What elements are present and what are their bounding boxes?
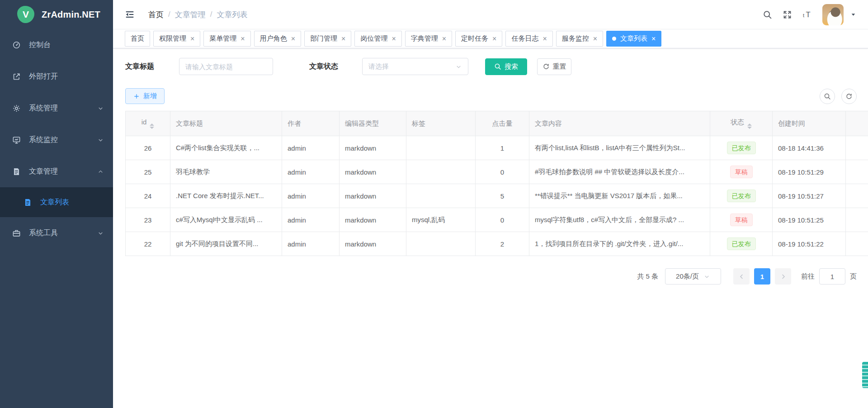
sidebar-item-label: 系统监控 bbox=[29, 135, 58, 145]
logo-icon: V bbox=[17, 6, 34, 23]
search-icon[interactable] bbox=[763, 10, 772, 19]
article-title-input[interactable] bbox=[179, 58, 273, 75]
tab-item[interactable]: 首页 bbox=[125, 31, 150, 47]
add-button[interactable]: 新增 bbox=[125, 88, 165, 104]
cell-created: 08-18 14:41:36 bbox=[773, 136, 846, 160]
tab-item[interactable]: 菜单管理× bbox=[203, 31, 250, 47]
tab-item[interactable]: 文章列表× bbox=[606, 31, 661, 47]
status-badge: 草稿 bbox=[730, 166, 753, 178]
breadcrumb-home[interactable]: 首页 bbox=[148, 9, 164, 20]
refresh-button[interactable] bbox=[841, 89, 857, 104]
cell-clicks: 2 bbox=[476, 232, 529, 256]
floating-handle[interactable] bbox=[862, 362, 868, 388]
sidebar-item-label: 系统管理 bbox=[29, 104, 58, 113]
close-icon[interactable]: × bbox=[392, 35, 396, 43]
column-label: 文章内容 bbox=[535, 119, 562, 127]
tab-item[interactable]: 岗位管理× bbox=[354, 31, 401, 47]
sidebar-item-system[interactable]: 系统管理 bbox=[0, 92, 113, 124]
sidebar-item-tools[interactable]: 系统工具 bbox=[0, 217, 113, 249]
column-header-id[interactable]: id bbox=[126, 111, 170, 136]
reset-button[interactable]: 重置 bbox=[537, 58, 571, 75]
close-icon[interactable]: × bbox=[442, 35, 446, 43]
search-icon bbox=[494, 63, 501, 70]
table-row: 26C#两个list集合实现关联，...adminmarkdown1有两个lis… bbox=[126, 136, 868, 160]
tab-item[interactable]: 用户角色× bbox=[254, 31, 301, 47]
sort-caret[interactable] bbox=[150, 123, 154, 129]
sidebar-item-monitor[interactable]: 系统监控 bbox=[0, 124, 113, 156]
breadcrumb-separator: / bbox=[206, 10, 217, 19]
breadcrumb-article-list: 文章列表 bbox=[217, 9, 247, 20]
cell-id: 22 bbox=[126, 232, 170, 256]
select-placeholder: 请选择 bbox=[368, 62, 389, 71]
pagination-total: 共 5 条 bbox=[637, 272, 658, 281]
content-area: 文章标题 文章状态 请选择 搜索 bbox=[113, 48, 868, 285]
active-tab-dot bbox=[612, 37, 616, 41]
article-status-select[interactable]: 请选择 bbox=[362, 58, 468, 75]
tab-item[interactable]: 服务监控× bbox=[556, 31, 603, 47]
article-icon bbox=[12, 167, 21, 176]
font-size-icon[interactable]: tT bbox=[802, 10, 812, 19]
cell-status: 已发布 bbox=[710, 232, 773, 256]
sidebar-item-article[interactable]: 文章管理 bbox=[0, 156, 113, 187]
column-header-author: 作者 bbox=[282, 111, 340, 136]
monitor-icon bbox=[12, 136, 21, 144]
tab-item[interactable]: 任务日志× bbox=[505, 31, 552, 47]
cell-title: git 为不同的项目设置不同... bbox=[170, 232, 282, 256]
search-button[interactable]: 搜索 bbox=[485, 58, 527, 75]
chevron-down-icon bbox=[97, 137, 104, 143]
user-avatar[interactable] bbox=[822, 4, 844, 25]
close-icon[interactable]: × bbox=[241, 35, 245, 43]
column-header-status[interactable]: 状态 bbox=[710, 111, 773, 136]
tab-item[interactable]: 定时任务× bbox=[455, 31, 502, 47]
cell-content: 1，找到项目所在目录下的 .git/文件夹，进入.git/... bbox=[529, 232, 710, 256]
close-icon[interactable]: × bbox=[593, 35, 597, 43]
fullscreen-icon[interactable] bbox=[783, 10, 792, 19]
cell-clicks: 0 bbox=[476, 160, 529, 184]
search-toggle-button[interactable] bbox=[820, 89, 835, 104]
status-badge: 草稿 bbox=[730, 213, 753, 226]
cell-author: admin bbox=[282, 160, 340, 184]
next-page-button[interactable] bbox=[775, 268, 791, 285]
tab-label: 首页 bbox=[131, 34, 144, 43]
cell-title: C#两个list集合实现关联，... bbox=[170, 136, 282, 160]
sidebar-item-external[interactable]: 外部打开 bbox=[0, 61, 113, 92]
cell-content: 有两个list,listA 和listB，listA中有三个属性列为St... bbox=[529, 136, 710, 160]
app-logo[interactable]: V ZrAdmin.NET bbox=[0, 0, 113, 29]
page-size-select[interactable]: 20条/页 bbox=[665, 268, 721, 285]
close-icon[interactable]: × bbox=[341, 35, 345, 43]
close-icon[interactable]: × bbox=[492, 35, 496, 43]
filter-form: 文章标题 文章状态 请选择 搜索 bbox=[125, 58, 857, 75]
column-label: 状态 bbox=[731, 118, 744, 126]
close-icon[interactable]: × bbox=[542, 35, 547, 43]
sidebar-fold-icon[interactable] bbox=[125, 9, 135, 19]
goto-label: 前往 bbox=[801, 272, 815, 281]
goto-page-input[interactable] bbox=[819, 268, 845, 285]
breadcrumb-article-manage: 文章管理 bbox=[175, 9, 206, 20]
close-icon[interactable]: × bbox=[651, 35, 656, 43]
article-table: id文章标题作者编辑器类型标签点击量文章内容状态创建时间操作 26C#两个lis… bbox=[125, 111, 857, 256]
sort-caret[interactable] bbox=[747, 123, 752, 129]
close-icon[interactable]: × bbox=[291, 35, 295, 43]
tab-item[interactable]: 字典管理× bbox=[405, 31, 452, 47]
chevron-down-icon[interactable] bbox=[850, 12, 856, 18]
cell-status: 草稿 bbox=[710, 160, 773, 184]
status-badge: 已发布 bbox=[727, 190, 756, 202]
tab-item[interactable]: 权限管理× bbox=[153, 31, 200, 47]
cell-clicks: 0 bbox=[476, 208, 529, 232]
tab-label: 服务监控 bbox=[562, 34, 589, 43]
sidebar-menu: 控制台外部打开系统管理系统监控文章管理文章列表系统工具 bbox=[0, 29, 113, 249]
sidebar-item-dashboard[interactable]: 控制台 bbox=[0, 29, 113, 61]
cell-tags bbox=[406, 184, 476, 208]
page-number-button[interactable]: 1 bbox=[754, 268, 770, 285]
sidebar-submenu: 文章列表 bbox=[0, 187, 113, 217]
article-list-icon bbox=[24, 198, 32, 207]
column-label: 文章标题 bbox=[176, 119, 203, 127]
prev-page-button[interactable] bbox=[733, 268, 750, 285]
close-icon[interactable]: × bbox=[190, 35, 194, 43]
cell-tags bbox=[406, 160, 476, 184]
cell-author: admin bbox=[282, 232, 340, 256]
column-header-title: 文章标题 bbox=[170, 111, 282, 136]
tab-item[interactable]: 部门管理× bbox=[304, 31, 351, 47]
sidebar-item-article-list[interactable]: 文章列表 bbox=[0, 187, 113, 217]
table-row: 25羽毛球教学adminmarkdown0#羽毛球拍参数说明 ## 中管软硬选择… bbox=[126, 160, 868, 184]
